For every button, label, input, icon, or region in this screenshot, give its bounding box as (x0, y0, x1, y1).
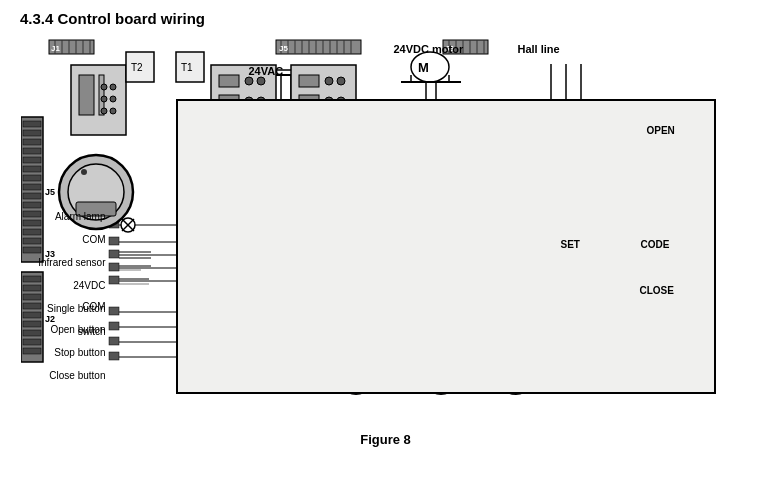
svg-point-94 (110, 84, 116, 90)
label-infrared: Infrared sensor (21, 251, 106, 274)
svg-rect-25 (109, 250, 119, 258)
label-motor: 24VDC motor (394, 43, 464, 55)
label-code: CODE (641, 239, 670, 250)
svg-point-92 (101, 96, 107, 102)
label-alarm-lamp: Alarm lamp (21, 205, 106, 228)
label-com-1: COM (21, 228, 106, 251)
page-container: 4.3.4 Control board wiring M (0, 0, 771, 500)
svg-line-34 (122, 219, 134, 231)
svg-text:T1: T1 (181, 62, 193, 73)
svg-rect-130 (23, 193, 41, 199)
label-close-btn: Close button (21, 364, 106, 387)
svg-point-107 (257, 77, 265, 85)
svg-rect-125 (23, 148, 41, 154)
label-24vdc: 24VDC (21, 274, 106, 297)
svg-rect-30 (109, 337, 119, 345)
svg-rect-26 (109, 263, 119, 271)
page-title: 4.3.4 Control board wiring (20, 10, 751, 27)
svg-rect-81 (49, 40, 94, 54)
svg-rect-128 (23, 175, 41, 181)
svg-point-96 (110, 108, 116, 114)
svg-rect-27 (109, 276, 119, 284)
label-open-btn: Open button (21, 318, 106, 341)
svg-rect-6 (411, 52, 449, 82)
svg-rect-28 (109, 307, 119, 315)
svg-rect-24 (109, 237, 119, 245)
svg-rect-129 (23, 184, 41, 190)
svg-point-93 (101, 108, 107, 114)
label-hall: Hall line (518, 43, 560, 55)
svg-rect-88 (71, 65, 126, 135)
label-stop-btn: Stop button (21, 341, 106, 364)
svg-text:J5: J5 (45, 187, 55, 197)
figure-caption: Figure 8 (20, 432, 751, 447)
svg-rect-62 (276, 40, 361, 54)
svg-text:M: M (418, 60, 429, 75)
svg-rect-124 (23, 139, 41, 145)
svg-rect-23 (109, 220, 119, 228)
svg-point-91 (101, 84, 107, 90)
svg-rect-97 (126, 52, 154, 82)
svg-point-105 (245, 77, 253, 85)
svg-text:J1: J1 (51, 44, 60, 53)
label-open: OPEN (647, 125, 675, 136)
svg-rect-123 (23, 130, 41, 136)
svg-point-115 (337, 77, 345, 85)
svg-rect-89 (79, 75, 94, 115)
diagram-area: M (21, 37, 751, 427)
svg-line-33 (122, 219, 134, 231)
label-set: SET (561, 239, 580, 250)
svg-text:T2: T2 (131, 62, 143, 73)
svg-point-120 (81, 169, 87, 175)
svg-text:J5: J5 (279, 44, 288, 53)
label-com-2: COM (21, 295, 106, 318)
left-labels-group-2: COM Open button Stop button Close button (21, 295, 106, 387)
svg-point-32 (121, 218, 135, 232)
svg-rect-31 (109, 352, 119, 360)
svg-rect-122 (23, 121, 41, 127)
label-24vac: 24VAC (249, 65, 284, 77)
svg-rect-29 (109, 322, 119, 330)
svg-point-113 (325, 77, 333, 85)
label-close: CLOSE (640, 285, 674, 296)
svg-rect-126 (23, 157, 41, 163)
svg-rect-110 (299, 75, 319, 87)
svg-point-95 (110, 96, 116, 102)
svg-rect-99 (176, 52, 204, 82)
svg-rect-127 (23, 166, 41, 172)
svg-rect-90 (99, 75, 104, 115)
svg-rect-102 (219, 75, 239, 87)
